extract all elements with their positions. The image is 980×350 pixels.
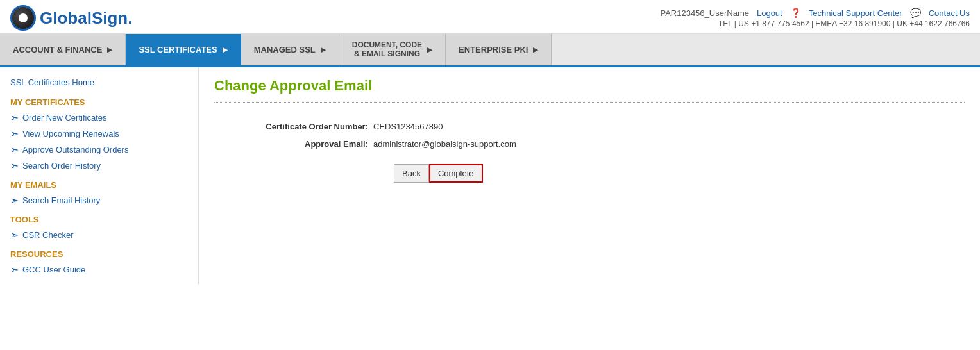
contact-us-link[interactable]: Contact Us xyxy=(929,8,970,18)
approval-email-value: administrator@globalsign-support.com xyxy=(373,139,516,149)
tab-account-label: ACCOUNT & FINANCE xyxy=(13,45,102,54)
back-button[interactable]: Back xyxy=(394,164,429,183)
list-item: ➣ View Upcoming Renewals xyxy=(0,126,198,142)
bullet-icon: ➣ xyxy=(10,144,19,156)
bullet-icon: ➣ xyxy=(10,160,19,172)
gcc-user-guide-link[interactable]: GCC User Guide xyxy=(22,265,85,274)
sidebar: SSL Certificates Home MY CERTIFICATES ➣ … xyxy=(0,67,199,284)
form-section: Certificate Order Number: CEDS1234567890… xyxy=(214,115,965,196)
header-right: PAR123456_UserName Logout ❓ Technical Su… xyxy=(660,8,970,28)
sidebar-section-my-emails: MY EMAILS xyxy=(0,174,198,192)
tab-enterprise-arrow: ▶ xyxy=(533,46,538,53)
tab-managed-arrow: ▶ xyxy=(321,46,326,53)
sidebar-section-my-certificates: MY CERTIFICATES xyxy=(0,91,198,110)
tab-document[interactable]: DOCUMENT, CODE & EMAIL SIGNING ▶ xyxy=(339,34,446,65)
support-icon: ❓ xyxy=(790,8,801,18)
divider xyxy=(214,102,965,103)
order-new-certificates-link[interactable]: Order New Certificates xyxy=(22,113,106,122)
list-item: ➣ Order New Certificates xyxy=(0,110,198,126)
search-order-history-link[interactable]: Search Order History xyxy=(22,161,101,171)
content-area: Change Approval Email Certificate Order … xyxy=(199,67,980,284)
phone-info: TEL | US +1 877 775 4562 | EMEA +32 16 8… xyxy=(660,19,970,28)
bullet-icon: ➣ xyxy=(10,263,19,276)
tab-document-label: DOCUMENT, CODE & EMAIL SIGNING xyxy=(352,40,422,59)
logout-link[interactable]: Logout xyxy=(757,8,782,18)
button-row: Back Complete xyxy=(394,164,965,183)
search-email-history-link[interactable]: Search Email History xyxy=(22,196,100,205)
tab-ssl-label: SSL CERTIFICATES xyxy=(139,45,217,54)
tab-managed-label: MANAGED SSL xyxy=(254,45,316,54)
tab-account-arrow: ▶ xyxy=(107,46,112,53)
tab-enterprise[interactable]: ENTERPRISE PKI ▶ xyxy=(446,34,552,65)
page-title: Change Approval Email xyxy=(214,78,965,94)
tab-enterprise-label: ENTERPRISE PKI xyxy=(459,45,528,54)
header: GlobalSign. PAR123456_UserName Logout ❓ … xyxy=(0,0,980,34)
csr-checker-link[interactable]: CSR Checker xyxy=(22,230,73,240)
view-upcoming-renewals-link[interactable]: View Upcoming Renewals xyxy=(22,129,119,138)
certificate-order-value: CEDS1234567890 xyxy=(373,122,443,131)
ssl-home-link[interactable]: SSL Certificates Home xyxy=(10,78,94,87)
complete-button[interactable]: Complete xyxy=(429,164,483,183)
list-item: ➣ CSR Checker xyxy=(0,227,198,243)
bullet-icon: ➣ xyxy=(10,194,19,206)
approval-email-row: Approval Email: administrator@globalsign… xyxy=(240,139,965,149)
tab-document-arrow: ▶ xyxy=(427,46,432,53)
list-item: ➣ GCC User Guide xyxy=(0,262,198,278)
list-item: ➣ Search Email History xyxy=(0,192,198,208)
logo-inner-circle xyxy=(19,13,28,22)
logo-text: GlobalSign. xyxy=(40,8,132,28)
certificate-order-row: Certificate Order Number: CEDS1234567890 xyxy=(240,122,965,131)
approve-outstanding-orders-link[interactable]: Approve Outstanding Orders xyxy=(22,145,128,154)
username-label: PAR123456_UserName xyxy=(660,8,749,18)
tab-managed[interactable]: MANAGED SSL ▶ xyxy=(241,34,339,65)
certificate-order-label: Certificate Order Number: xyxy=(240,122,368,131)
header-top-row: PAR123456_UserName Logout ❓ Technical Su… xyxy=(660,8,970,18)
tab-account[interactable]: ACCOUNT & FINANCE ▶ xyxy=(0,34,126,65)
tab-ssl-arrow: ▶ xyxy=(223,46,228,53)
contact-icon: 💬 xyxy=(910,8,921,18)
logo-icon xyxy=(10,5,36,31)
list-item: ➣ Approve Outstanding Orders xyxy=(0,142,198,158)
support-center-link[interactable]: Technical Support Center xyxy=(809,8,902,18)
main-area: SSL Certificates Home MY CERTIFICATES ➣ … xyxy=(0,67,980,284)
list-item: ➣ Search Order History xyxy=(0,158,198,174)
sidebar-section-tools: TOOLS xyxy=(0,208,198,227)
sidebar-section-resources: RESOURCES xyxy=(0,243,198,262)
bullet-icon: ➣ xyxy=(10,229,19,241)
nav-tabs: ACCOUNT & FINANCE ▶ SSL CERTIFICATES ▶ M… xyxy=(0,34,980,67)
logo-area: GlobalSign. xyxy=(10,5,132,31)
tab-ssl[interactable]: SSL CERTIFICATES ▶ xyxy=(126,34,241,65)
sidebar-home[interactable]: SSL Certificates Home xyxy=(0,74,198,91)
bullet-icon: ➣ xyxy=(10,112,19,124)
bullet-icon: ➣ xyxy=(10,128,19,140)
approval-email-label: Approval Email: xyxy=(240,139,368,149)
